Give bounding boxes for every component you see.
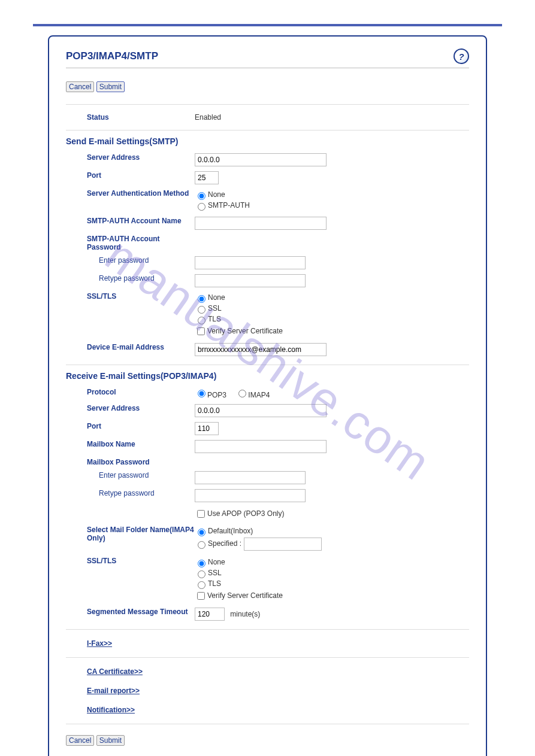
smtp-password-retype-input[interactable]	[195, 274, 306, 287]
apop-checkbox[interactable]	[197, 510, 205, 518]
divider	[66, 365, 469, 365]
pop-verify-cert-checkbox[interactable]	[197, 592, 205, 600]
title-divider	[66, 68, 469, 68]
email-report-link[interactable]: E-mail report>>	[87, 687, 140, 695]
device-email-label: Device E-mail Address	[66, 343, 195, 351]
notification-link[interactable]: Notification>>	[87, 706, 135, 714]
smtp-server-input[interactable]	[195, 153, 327, 166]
apop-option[interactable]: Use APOP (POP3 Only)	[195, 508, 469, 520]
settings-panel: manualshive.com POP3/IMAP4/SMTP ? Cancel…	[48, 35, 487, 756]
divider	[66, 724, 469, 724]
smtp-account-name-input[interactable]	[195, 217, 327, 230]
mailbox-name-label: Mailbox Name	[66, 440, 195, 448]
mailbox-password-retype-input[interactable]	[195, 489, 306, 502]
cancel-button-bottom[interactable]: Cancel	[66, 735, 94, 746]
smtp-port-input[interactable]	[195, 171, 219, 184]
mailbox-password-enter-input[interactable]	[195, 471, 306, 484]
mailbox-name-input[interactable]	[195, 440, 327, 453]
seg-timeout-unit: minute(s)	[230, 610, 260, 618]
pop-ssl-tls-option[interactable]: TLS	[195, 579, 469, 589]
smtp-ssltls-label: SSL/TLS	[66, 292, 195, 300]
device-email-input[interactable]	[195, 343, 327, 356]
mailbox-password-label: Mailbox Password	[66, 458, 195, 466]
smtp-ssl-ssl-option[interactable]: SSL	[195, 304, 469, 314]
submit-button-bottom[interactable]: Submit	[96, 735, 125, 746]
smtp-auth-method-label: Server Authentication Method	[66, 189, 195, 198]
smtp-verify-cert-checkbox[interactable]	[197, 327, 205, 335]
smtp-auth-none-radio[interactable]	[198, 192, 205, 200]
page-title: POP3/IMAP4/SMTP	[66, 50, 158, 62]
smtp-ssl-tls-option[interactable]: TLS	[195, 315, 469, 324]
pop-port-label: Port	[66, 422, 195, 430]
protocol-imap4-option[interactable]: IMAP4	[235, 391, 270, 399]
smtp-account-name-label: SMTP-AUTH Account Name	[66, 217, 195, 225]
smtp-auth-smtpauth-radio[interactable]	[198, 203, 205, 211]
pop-ssl-ssl-option[interactable]: SSL	[195, 569, 469, 578]
pop-ssl-tls-radio[interactable]	[198, 581, 205, 589]
status-label: Status	[66, 113, 195, 122]
divider	[66, 104, 469, 105]
smtp-auth-smtpauth-option[interactable]: SMTP-AUTH	[195, 201, 469, 211]
pop-verify-cert-option[interactable]: Verify Server Certificate	[195, 590, 469, 602]
smtp-password-enter-label: Enter password	[66, 256, 195, 265]
smtp-ssl-none-option[interactable]: None	[195, 293, 469, 303]
seg-timeout-label: Segmented Message Timeout	[66, 608, 195, 616]
protocol-label: Protocol	[66, 388, 195, 396]
status-value: Enabled	[195, 113, 469, 122]
pop-ssl-none-option[interactable]: None	[195, 558, 469, 567]
smtp-server-label: Server Address	[66, 153, 195, 162]
smtp-password-enter-input[interactable]	[195, 256, 306, 269]
help-icon[interactable]: ?	[454, 48, 469, 64]
divider	[66, 657, 469, 658]
pop-ssl-ssl-radio[interactable]	[198, 570, 205, 578]
smtp-heading: Send E-mail Settings(SMTP)	[66, 136, 469, 146]
protocol-imap4-radio[interactable]	[238, 390, 246, 397]
mailbox-password-enter-label: Enter password	[66, 471, 195, 479]
top-accent-bar	[33, 24, 502, 26]
status-row: Status Enabled	[66, 111, 469, 124]
bottom-button-row: Cancel Submit	[66, 735, 469, 746]
folder-label: Select Mail Folder Name(IMAP4 Only)	[66, 526, 195, 542]
submit-button[interactable]: Submit	[96, 81, 125, 92]
folder-specified-input[interactable]	[244, 538, 322, 551]
cancel-button[interactable]: Cancel	[66, 81, 94, 92]
smtp-password-retype-label: Retype password	[66, 274, 195, 283]
ca-cert-link[interactable]: CA Certificate>>	[87, 667, 143, 676]
smtp-ssl-none-radio[interactable]	[198, 295, 205, 303]
pop-heading: Receive E-mail Settings(POP3/IMAP4)	[66, 371, 469, 381]
pop-server-input[interactable]	[195, 404, 327, 417]
pop-ssltls-label: SSL/TLS	[66, 557, 195, 565]
folder-specified-option[interactable]: Specified :	[195, 538, 469, 551]
smtp-auth-none-option[interactable]: None	[195, 190, 469, 200]
folder-default-radio[interactable]	[198, 529, 205, 536]
mailbox-password-retype-label: Retype password	[66, 489, 195, 497]
folder-specified-radio[interactable]	[198, 541, 205, 549]
ifax-link[interactable]: I-Fax>>	[87, 639, 112, 648]
pop-port-input[interactable]	[195, 422, 219, 435]
smtp-ssl-tls-radio[interactable]	[198, 317, 205, 324]
top-button-row: Cancel Submit	[66, 81, 469, 92]
divider	[66, 130, 469, 130]
protocol-pop3-option[interactable]: POP3	[195, 391, 226, 399]
folder-default-option[interactable]: Default(Inbox)	[195, 527, 469, 536]
smtp-account-password-label: SMTP-AUTH Account Password	[66, 235, 195, 251]
smtp-verify-cert-option[interactable]: Verify Server Certificate	[195, 326, 469, 337]
smtp-port-label: Port	[66, 171, 195, 180]
pop-ssl-none-radio[interactable]	[198, 560, 205, 567]
page-title-row: POP3/IMAP4/SMTP ?	[66, 48, 469, 64]
smtp-ssl-ssl-radio[interactable]	[198, 306, 205, 314]
divider	[66, 629, 469, 630]
pop-server-label: Server Address	[66, 404, 195, 412]
seg-timeout-input[interactable]	[195, 608, 225, 621]
protocol-pop3-radio[interactable]	[198, 390, 205, 397]
